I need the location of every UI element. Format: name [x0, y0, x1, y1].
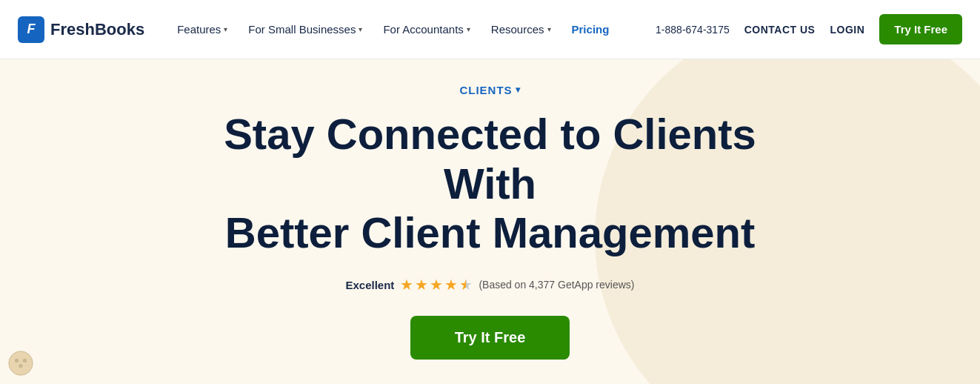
nav-accountants[interactable]: For Accountants ▾: [374, 17, 479, 42]
clients-badge-label: CLIENTS: [459, 84, 512, 96]
login-link[interactable]: LOGIN: [830, 24, 864, 36]
star-3: ★: [430, 276, 443, 294]
logo-icon: F: [18, 16, 44, 43]
svg-point-3: [19, 364, 22, 368]
phone-number: 1-888-674-3175: [656, 24, 730, 36]
nav-small-biz[interactable]: For Small Businesses ▾: [239, 17, 371, 42]
rating-excellent: Excellent: [346, 279, 395, 291]
logo-text: FreshBooks: [50, 20, 144, 39]
hero-title-line2: Better Client Management: [225, 208, 755, 256]
star-2: ★: [415, 276, 428, 294]
star-rating: ★ ★ ★ ★ ★: [400, 276, 473, 294]
try-it-free-button-header[interactable]: Try It Free: [879, 14, 962, 44]
try-it-free-button-hero[interactable]: Try It Free: [410, 316, 570, 360]
main-header: F FreshBooks Features ▾ For Small Busine…: [0, 0, 980, 59]
hero-title-line1: Stay Connected to Clients With: [224, 110, 756, 208]
chevron-down-icon: ▾: [224, 25, 227, 33]
hero-section: CLIENTS ▾ Stay Connected to Clients With…: [0, 59, 980, 384]
nav-pricing[interactable]: Pricing: [563, 17, 619, 42]
svg-point-2: [23, 359, 27, 363]
nav-features[interactable]: Features ▾: [168, 17, 236, 42]
bottom-left-decoration-icon: [7, 350, 34, 377]
main-nav: Features ▾ For Small Businesses ▾ For Ac…: [168, 17, 656, 42]
hero-content: CLIENTS ▾ Stay Connected to Clients With…: [187, 84, 794, 360]
star-half: ★: [459, 276, 473, 294]
chevron-down-icon: ▾: [359, 25, 362, 33]
chevron-down-icon: ▾: [547, 25, 551, 33]
hero-title: Stay Connected to Clients With Better Cl…: [187, 110, 794, 258]
chevron-down-icon: ▾: [467, 25, 470, 33]
star-1: ★: [400, 276, 413, 294]
rating-row: Excellent ★ ★ ★ ★ ★ (Based on 4,377 GetA…: [346, 276, 635, 294]
chevron-down-icon: ▾: [516, 85, 521, 95]
contact-us-link[interactable]: CONTACT US: [744, 24, 816, 36]
nav-resources[interactable]: Resources ▾: [482, 17, 560, 42]
logo[interactable]: F FreshBooks: [18, 16, 144, 43]
star-4: ★: [444, 276, 458, 294]
rating-text: (Based on 4,377 GetApp reviews): [479, 279, 634, 291]
header-right: 1-888-674-3175 CONTACT US LOGIN Try It F…: [656, 14, 962, 44]
clients-badge[interactable]: CLIENTS ▾: [459, 84, 520, 96]
svg-point-0: [9, 351, 33, 375]
svg-point-1: [15, 359, 19, 363]
